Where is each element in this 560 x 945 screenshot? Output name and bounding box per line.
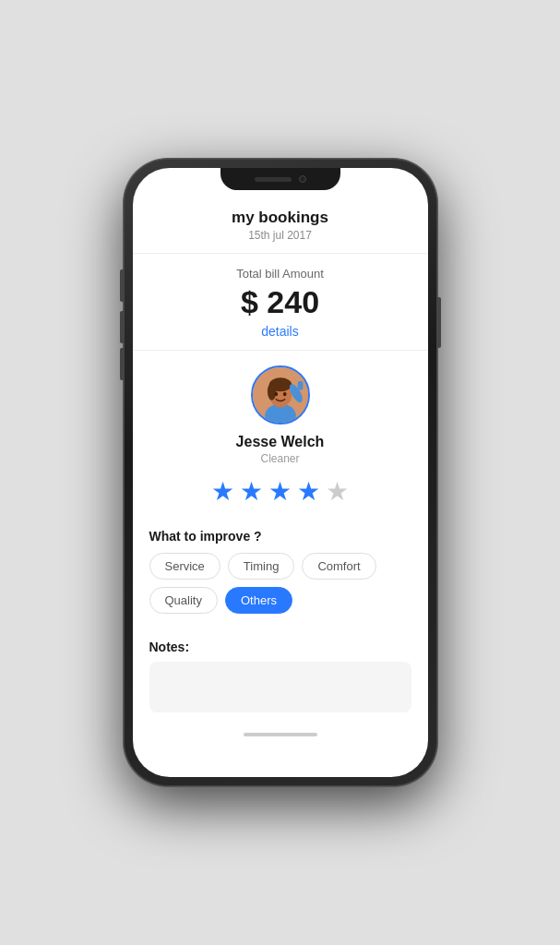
svg-point-7 — [282, 392, 286, 396]
svg-point-6 — [274, 392, 278, 396]
page-title: my bookings — [151, 209, 410, 227]
phone-screen: my bookings 15th jul 2017 Total bill Amo… — [133, 168, 428, 777]
booking-date: 15th jul 2017 — [151, 229, 410, 242]
tag-comfort[interactable]: Comfort — [302, 553, 375, 580]
rating-stars[interactable]: ★ ★ ★ ★ ★ — [151, 476, 410, 507]
tag-service[interactable]: Service — [149, 553, 220, 580]
star-2[interactable]: ★ — [240, 476, 263, 507]
tag-quality[interactable]: Quality — [149, 587, 218, 614]
notes-label: Notes: — [149, 640, 411, 654]
phone-frame: my bookings 15th jul 2017 Total bill Amo… — [124, 159, 437, 786]
star-1[interactable]: ★ — [211, 476, 234, 507]
bill-label: Total bill Amount — [151, 267, 410, 281]
notch — [220, 168, 340, 190]
star-4[interactable]: ★ — [297, 476, 320, 507]
tag-others[interactable]: Others — [225, 587, 292, 614]
notes-section: Notes: — [133, 628, 428, 727]
tags-row-2: Quality Others — [149, 587, 411, 614]
header: my bookings 15th jul 2017 — [133, 196, 428, 254]
home-bar — [244, 733, 317, 736]
cleaner-section: Jesse Welch Cleaner ★ ★ ★ ★ ★ — [133, 351, 428, 518]
speaker — [255, 177, 292, 182]
cleaner-role: Cleaner — [151, 452, 410, 465]
tags-row-1: Service Timing Comfort — [149, 553, 411, 580]
svg-point-5 — [267, 383, 275, 401]
improve-section: What to improve ? Service Timing Comfort… — [133, 518, 428, 628]
notes-input[interactable] — [149, 662, 411, 712]
svg-rect-9 — [297, 381, 303, 389]
tag-timing[interactable]: Timing — [228, 553, 295, 580]
star-5[interactable]: ★ — [326, 476, 349, 507]
home-indicator — [133, 727, 428, 746]
cleaner-name: Jesse Welch — [151, 434, 410, 450]
bill-section: Total bill Amount $ 240 details — [133, 254, 428, 351]
bill-amount: $ 240 — [151, 284, 410, 320]
star-3[interactable]: ★ — [268, 476, 292, 507]
camera — [299, 175, 306, 183]
avatar — [251, 365, 310, 425]
improve-title: What to improve ? — [149, 529, 411, 544]
screen-content: my bookings 15th jul 2017 Total bill Amo… — [133, 168, 428, 777]
details-link[interactable]: details — [151, 324, 410, 339]
